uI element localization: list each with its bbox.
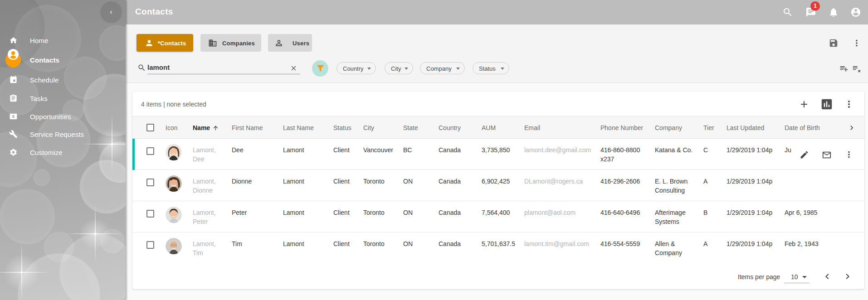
svg-text:$: $ <box>12 114 15 119</box>
